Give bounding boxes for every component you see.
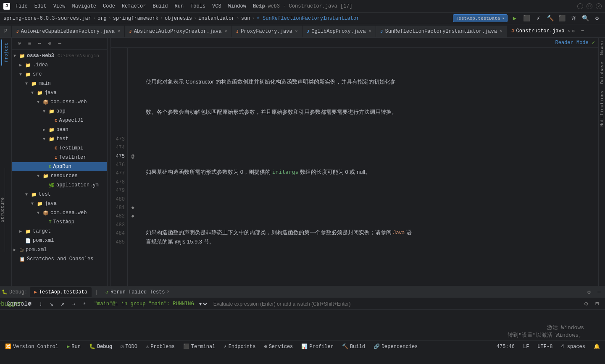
tree-item-scratches[interactable]: ▶ 📋 Scratches and Consoles [12, 254, 107, 264]
tree-item-apprun[interactable]: ▶ C AppRun [12, 162, 107, 171]
sidebar-locate-btn[interactable]: ⊙ [15, 39, 24, 48]
debug-panel-columns-btn[interactable]: ⊟ [592, 299, 602, 309]
minimize-button[interactable]: — [577, 3, 583, 9]
tab-autowire[interactable]: J AutowireCapableBeanFactory.java × [12, 26, 125, 37]
tab-abstract-proxy-close[interactable]: × [225, 29, 227, 34]
notifications-indicator[interactable]: 🔔 [592, 343, 602, 351]
tree-item-pom[interactable]: ▶ 📄 pom.xml [12, 236, 107, 245]
tab-proxy-factory[interactable]: J ProxyFactory.java × [232, 26, 302, 37]
menu-refactor[interactable]: Refactor [119, 3, 149, 10]
tree-item-test2[interactable]: ▼ 📁 test [12, 190, 107, 199]
structure-label-panel[interactable]: Structure [0, 168, 5, 252]
tree-item-com-ossa-test[interactable]: ▼ 📦 com.ossa.web [12, 208, 107, 217]
line-ending-indicator[interactable]: LF [521, 343, 531, 351]
step-out-btn[interactable]: ↗ [58, 299, 67, 309]
menu-build[interactable]: Build [150, 3, 171, 10]
evaluate-btn[interactable]: ⚡ [80, 299, 89, 309]
debug-close-btn[interactable]: — [595, 288, 603, 296]
menu-navigate[interactable]: Navigate [69, 3, 99, 10]
bc-objenesis[interactable]: objenesis [165, 16, 192, 21]
terminal-item[interactable]: ⬛ Terminal [182, 343, 217, 351]
tab-cglib[interactable]: J CglibAopProxy.java × [302, 26, 376, 37]
tree-item-java[interactable]: ▼ 📁 java [12, 88, 107, 97]
tree-item-aspectj1[interactable]: ▶ C AspectJ1 [12, 116, 107, 125]
bc-jar[interactable]: spring-core-6.0.3-sources.jar [3, 16, 91, 21]
menu-run[interactable]: Run [171, 3, 187, 10]
step-over-btn[interactable]: ↓ [36, 299, 45, 309]
sidebar-more-btn[interactable]: ⋯ [35, 39, 44, 48]
tab-proxy-factory-close[interactable]: × [295, 29, 298, 34]
search-button[interactable]: 🔍 [581, 14, 590, 23]
tab-sun-reflection[interactable]: J SunReflectionFactoryInstantiator.java … [376, 26, 507, 37]
notifications-tab[interactable]: Notifications [599, 87, 605, 130]
debug-settings-btn[interactable]: ⚙ [585, 288, 593, 296]
sidebar-collapse-btn[interactable]: ≡ [25, 39, 34, 48]
console-btn[interactable]: Console [14, 299, 24, 309]
services-item[interactable]: ⚙ Services [262, 343, 295, 351]
menu-edit[interactable]: Edit [32, 3, 50, 10]
tab-autowire-close[interactable]: × [118, 29, 120, 34]
tree-item-target[interactable]: ▶ 📁 target [12, 227, 107, 236]
translate-button[interactable]: 译 [569, 14, 578, 23]
tab-project[interactable]: P [0, 26, 12, 37]
maximize-button[interactable]: □ [587, 3, 592, 9]
bc-class[interactable]: ☀ SunReflectionFactoryInstantiator [257, 15, 360, 21]
tree-item-bean[interactable]: ▶ 📁 bean [12, 125, 107, 134]
tree-item-main[interactable]: ▼ 📁 main [12, 79, 107, 88]
run-config-dropdown[interactable]: TestAop.testData ▾ [453, 14, 508, 22]
todo-item[interactable]: ☑ TODO [119, 343, 139, 351]
project-tab[interactable]: Project [1, 39, 11, 65]
tree-item-src[interactable]: ▼ 📁 src [12, 70, 107, 79]
indent-indicator[interactable]: 4 spaces [559, 343, 587, 351]
sidebar-settings-btn[interactable]: ⚙ [45, 39, 54, 48]
tab-constructor[interactable]: J Constructor.java × ⊕ [507, 26, 579, 37]
debug-tab-main[interactable]: ▶ TestAop.testData [30, 287, 92, 297]
tab-cglib-close[interactable]: × [369, 29, 371, 34]
thread-filter-btn[interactable]: ▾ [197, 301, 208, 307]
endpoints-item[interactable]: ⚡ Endpoints [222, 343, 257, 351]
reader-mode-label[interactable]: Reader Mode [555, 40, 589, 46]
menu-code[interactable]: Code [100, 3, 118, 10]
encoding-indicator[interactable]: UTF-8 [536, 343, 554, 351]
stop-button[interactable]: ⬛ [557, 14, 566, 23]
code-content[interactable]: 使用此对象表示 Constructor 的构造函数创建并初始化构造函数声明类的新… [138, 48, 598, 286]
debug-tab-rerun[interactable]: ↺ Rerun Failed Tests × [101, 287, 174, 297]
build-button[interactable]: 🔨 [545, 14, 555, 23]
menu-file[interactable]: File [13, 3, 31, 10]
tab-constructor-close[interactable]: × [568, 29, 570, 34]
problems-item[interactable]: ⚠ Problems [144, 343, 176, 351]
debug-tab-rerun-close[interactable]: × [167, 290, 170, 294]
menu-window[interactable]: Window [225, 3, 249, 10]
tree-item-external-libs[interactable]: ▶ 🗂 pom.xml [12, 245, 107, 254]
tab-abstract-proxy[interactable]: J AbstractAutoProxyCreator.java × [125, 26, 231, 37]
step-into-btn[interactable]: ↘ [47, 299, 56, 309]
bc-org[interactable]: org [97, 16, 107, 21]
debug-panel-settings-btn[interactable]: ⚙ [581, 299, 591, 309]
layout-btn[interactable]: ⊞ [25, 299, 34, 309]
sidebar-close-btn[interactable]: — [55, 39, 64, 48]
menu-vcs[interactable]: VCS [209, 3, 224, 10]
settings-button[interactable]: ⚙ [592, 14, 602, 23]
tree-item-idea[interactable]: ▶ 📁 .idea [12, 60, 107, 70]
tab-overflow[interactable]: ⋯ [581, 28, 584, 34]
maven-tab[interactable]: Maven [599, 38, 605, 58]
profiler-item[interactable]: 📊 Profiler [300, 343, 335, 351]
tree-item-testinter[interactable]: ▶ I TestInter [12, 153, 107, 162]
dependencies-item[interactable]: 🔗 Dependencies [372, 343, 419, 351]
tree-item-yaml[interactable]: ▶ 🌿 application.ym [12, 181, 107, 190]
build-item[interactable]: 🔨 Build [340, 343, 367, 351]
thread-dropdown[interactable]: ▾ [197, 301, 208, 307]
menu-tools[interactable]: Tools [187, 3, 208, 10]
tree-item-root[interactable]: ▼ 📁 ossa-web3 C:\Users\sunjin [12, 51, 107, 60]
position-indicator[interactable]: 475:46 [495, 343, 516, 351]
bc-springframework[interactable]: springframework [113, 16, 158, 21]
bc-instantiator[interactable]: instantiator [198, 16, 234, 21]
run-to-cursor-btn[interactable]: → [69, 299, 78, 309]
menu-view[interactable]: View [50, 3, 68, 10]
tab-sun-reflection-close[interactable]: × [500, 29, 502, 34]
database-tab[interactable]: Database [599, 58, 605, 87]
tree-item-testaop[interactable]: ▶ T TestAop [12, 217, 107, 227]
run-button[interactable]: ▶ [510, 14, 519, 23]
run-status-item[interactable]: ▶ Run [65, 343, 82, 351]
tree-item-com-ossa[interactable]: ▼ 📦 com.ossa.web [12, 97, 107, 107]
